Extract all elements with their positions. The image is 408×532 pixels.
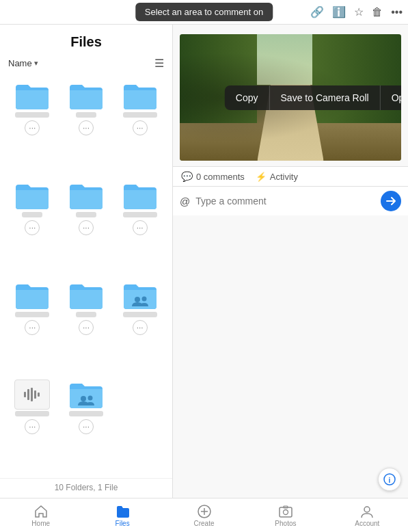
file-more-button[interactable]: ··· [133,120,148,135]
sort-button[interactable]: Name ▾ [8,58,38,68]
nav-label-photos: Photos [275,520,296,527]
svg-rect-14 [280,507,292,517]
nav-item-create[interactable]: Create [163,501,245,530]
file-more-button[interactable]: ··· [79,220,94,235]
file-name [15,112,49,118]
file-more-button[interactable]: ··· [133,320,148,335]
image-container: Copy Save to Camera Roll Open in... [180,34,401,161]
nav-item-account[interactable]: Account [327,501,408,530]
bottom-nav: Home Files Create Photos Account [0,498,408,532]
list-item[interactable]: ··· [113,176,167,276]
file-name [69,411,103,416]
at-icon[interactable]: @ [180,196,190,207]
svg-point-1 [141,296,146,301]
file-name [123,212,157,217]
comments-count: 0 comments [196,172,245,182]
link-icon[interactable]: 🔗 [310,5,324,18]
file-name [76,312,96,317]
file-more-button[interactable]: ··· [79,320,94,335]
file-name [76,112,96,118]
file-name [76,212,96,217]
grid-view-icon[interactable]: ☰ [154,57,164,70]
activity-label: Activity [270,172,298,182]
nav-label-files: Files [115,520,130,527]
file-more-button[interactable]: ··· [25,419,40,434]
chevron-down-icon: ▾ [34,59,38,68]
svg-text:i: i [389,477,391,484]
nav-label-create: Create [194,520,215,527]
list-item[interactable]: ··· [59,375,113,475]
svg-point-15 [283,509,288,514]
list-item[interactable]: ··· [59,276,113,376]
file-more-button[interactable]: ··· [79,120,94,135]
info-button[interactable]: i [378,468,401,491]
svg-rect-3 [27,389,29,400]
list-item[interactable]: ··· [113,276,167,376]
copy-button[interactable]: Copy [225,85,270,110]
list-item[interactable]: ··· [5,276,59,376]
folder-icon [14,181,50,211]
open-in-button[interactable]: Open in... [381,85,401,110]
file-grid: ··· ··· [0,74,172,478]
files-title: Files [0,25,172,54]
file-more-button[interactable]: ··· [79,419,94,434]
file-more-button[interactable]: ··· [25,320,40,335]
nav-label-home: Home [31,520,50,527]
info-circle-icon[interactable]: ℹ️ [332,5,346,18]
main-layout: Files Name ▾ ☰ ··· [0,25,408,498]
comments-bar: 💬 0 comments ⚡ Activity [173,166,408,186]
activity-tab[interactable]: ⚡ Activity [256,172,298,182]
nav-item-files[interactable]: Files [81,501,163,530]
save-to-camera-roll-button[interactable]: Save to Camera Roll [270,85,381,110]
star-icon[interactable]: ☆ [354,5,364,18]
nav-label-account: Account [355,520,379,527]
shared-folder-icon-2 [68,380,104,410]
send-button[interactable] [381,191,401,211]
svg-rect-4 [31,388,33,401]
lightning-icon: ⚡ [256,172,267,182]
sort-bar: Name ▾ ☰ [0,54,172,74]
folder-icon [122,81,158,111]
nav-item-photos[interactable]: Photos [245,501,326,530]
list-item[interactable]: ··· [59,176,113,276]
audio-file-icon [14,380,50,410]
file-name [15,411,49,416]
file-more-button[interactable]: ··· [133,220,148,235]
more-icon[interactable]: ••• [391,6,403,18]
list-item[interactable]: ··· [5,77,59,176]
svg-point-0 [135,297,140,302]
left-panel: Files Name ▾ ☰ ··· [0,25,173,498]
svg-point-7 [81,396,86,401]
file-more-button[interactable]: ··· [25,220,40,235]
svg-point-8 [87,396,92,401]
list-item[interactable]: ··· [5,375,59,475]
comment-input-bar: @ [173,186,408,215]
folder-icon [122,181,158,211]
folder-icon [14,280,50,310]
top-bar: Select an area to comment on 🔗 ℹ️ ☆ 🗑 ••… [0,0,408,25]
folder-icon [68,280,104,310]
comments-tab[interactable]: 💬 0 comments [181,171,245,182]
list-item[interactable]: ··· [59,77,113,176]
right-panel: Copy Save to Camera Roll Open in... i 💬 … [173,25,408,498]
svg-rect-5 [34,390,36,399]
top-bar-icons: 🔗 ℹ️ ☆ 🗑 ••• [310,5,403,18]
folder-icon [14,81,50,111]
nav-item-home[interactable]: Home [0,501,81,530]
trash-icon[interactable]: 🗑 [372,6,383,18]
comment-input[interactable] [195,196,375,207]
file-more-button[interactable]: ··· [25,120,40,135]
main-image[interactable]: Copy Save to Camera Roll Open in... [180,34,401,161]
file-name [22,212,42,217]
context-menu: Copy Save to Camera Roll Open in... [225,85,401,110]
svg-rect-2 [24,392,26,397]
list-item[interactable]: ··· [5,176,59,276]
svg-point-17 [364,507,370,512]
file-name [123,112,157,118]
shared-folder-icon [122,280,158,310]
svg-rect-6 [38,393,40,397]
list-item[interactable]: ··· [113,77,167,176]
folder-icon [68,181,104,211]
file-summary: 10 Folders, 1 File [0,478,172,498]
folder-icon [68,81,104,111]
